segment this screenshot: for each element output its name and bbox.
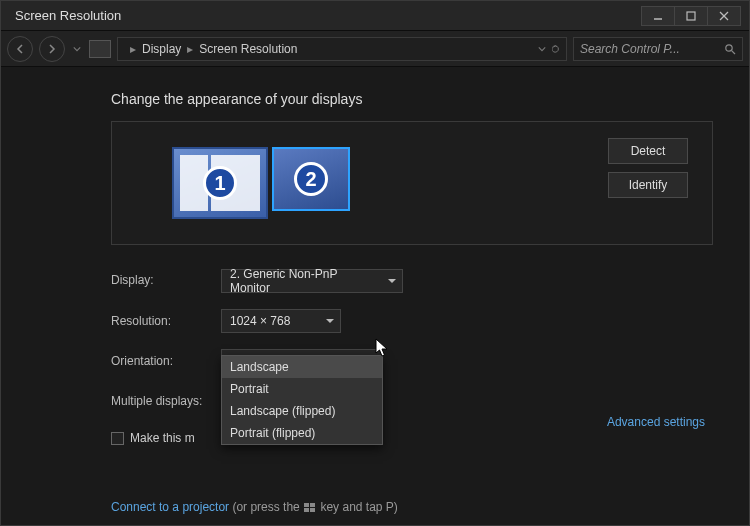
- svg-line-5: [732, 50, 735, 53]
- back-button[interactable]: [7, 36, 33, 62]
- detect-button[interactable]: Detect: [608, 138, 688, 164]
- location-icon: [89, 40, 111, 58]
- svg-rect-7: [310, 503, 315, 507]
- svg-rect-6: [304, 503, 309, 507]
- close-button[interactable]: [707, 6, 741, 26]
- orientation-option-landscape[interactable]: Landscape: [222, 356, 382, 378]
- search-placeholder: Search Control P...: [580, 42, 680, 56]
- monitor-2[interactable]: 2: [272, 147, 350, 211]
- breadcrumb-display[interactable]: Display: [142, 42, 181, 56]
- svg-rect-8: [304, 508, 309, 512]
- history-chevron-icon[interactable]: [71, 36, 83, 62]
- main-display-label: Make this m: [130, 431, 195, 445]
- mouse-cursor-icon: [375, 338, 391, 362]
- navbar: ▸ Display ▸ Screen Resolution Search Con…: [1, 31, 749, 67]
- window-title: Screen Resolution: [9, 8, 642, 23]
- display-label: Display:: [111, 273, 221, 287]
- resolution-label: Resolution:: [111, 314, 221, 328]
- titlebar: Screen Resolution: [1, 1, 749, 31]
- resolution-select[interactable]: 1024 × 768: [221, 309, 341, 333]
- breadcrumb-screenres[interactable]: Screen Resolution: [199, 42, 297, 56]
- content-area: Change the appearance of your displays 1…: [1, 67, 749, 526]
- screen-resolution-window: Screen Resolution ▸ Display ▸: [0, 0, 750, 526]
- main-display-checkbox[interactable]: [111, 432, 124, 445]
- monitor-1-badge: 1: [203, 166, 237, 200]
- page-heading: Change the appearance of your displays: [111, 91, 713, 107]
- orientation-option-portrait-flipped[interactable]: Portrait (flipped): [222, 422, 382, 444]
- windows-key-icon: [303, 502, 317, 514]
- monitor-arrangement[interactable]: 1 2: [172, 147, 350, 219]
- main-display-checkbox-row: Make this m: [111, 431, 713, 445]
- help-links: Connect to a projector (or press the key…: [111, 495, 713, 526]
- chevron-down-icon: [326, 319, 334, 323]
- search-input[interactable]: Search Control P...: [573, 37, 743, 61]
- minimize-button[interactable]: [641, 6, 675, 26]
- display-preview: 1 2 Detect Identify: [111, 121, 713, 245]
- multiple-displays-label: Multiple displays:: [111, 394, 221, 408]
- svg-rect-9: [310, 508, 315, 512]
- window-buttons: [642, 6, 741, 26]
- svg-rect-1: [687, 12, 695, 20]
- orientation-label: Orientation:: [111, 354, 221, 368]
- identify-button[interactable]: Identify: [608, 172, 688, 198]
- breadcrumb[interactable]: ▸ Display ▸ Screen Resolution: [117, 37, 567, 61]
- maximize-button[interactable]: [674, 6, 708, 26]
- orientation-dropdown: Landscape Portrait Landscape (flipped) P…: [221, 355, 383, 445]
- projector-link[interactable]: Connect to a projector: [111, 500, 229, 514]
- preview-actions: Detect Identify: [608, 138, 688, 198]
- display-select[interactable]: 2. Generic Non-PnP Monitor: [221, 269, 403, 293]
- orientation-option-landscape-flipped[interactable]: Landscape (flipped): [222, 400, 382, 422]
- monitor-2-badge: 2: [294, 162, 328, 196]
- monitor-1[interactable]: 1: [172, 147, 268, 219]
- svg-point-4: [726, 44, 732, 50]
- settings-form: Display: 2. Generic Non-PnP Monitor Reso…: [111, 267, 713, 413]
- advanced-settings-link[interactable]: Advanced settings: [607, 415, 705, 429]
- orientation-option-portrait[interactable]: Portrait: [222, 378, 382, 400]
- search-icon: [724, 43, 736, 55]
- chevron-down-icon: [388, 279, 396, 283]
- forward-button[interactable]: [39, 36, 65, 62]
- breadcrumb-dropdown-icon[interactable]: [538, 45, 560, 53]
